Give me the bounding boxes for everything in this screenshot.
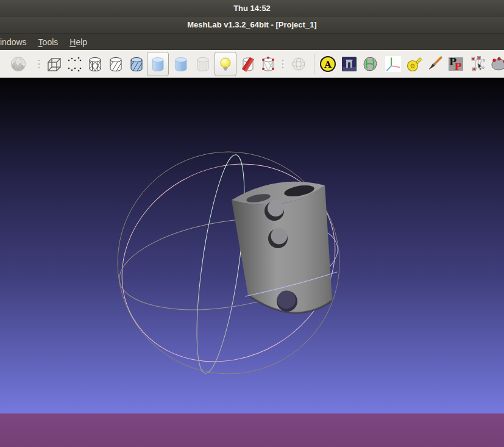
- gl-viewport[interactable]: [0, 77, 504, 413]
- pp-icon[interactable]: P P: [445, 52, 466, 76]
- menu-item-tools[interactable]: Tools: [38, 37, 59, 47]
- toolbar-separator: [38, 59, 40, 70]
- flat-cylinder-icon[interactable]: [171, 52, 191, 76]
- trackball-globe-icon[interactable]: [288, 52, 309, 76]
- smooth-cylinder-glyph: [149, 55, 166, 73]
- a-letter: A: [324, 59, 332, 70]
- align-partial-glyph: [489, 55, 504, 73]
- texture-cylinder-glyph: [194, 55, 211, 73]
- points-glyph: [66, 55, 83, 73]
- align-points-glyph: [469, 55, 486, 73]
- menu-bar: indows Tools Help: [0, 34, 504, 50]
- quality-brain-icon[interactable]: [360, 52, 380, 76]
- bbox-cube-glyph: [45, 55, 62, 73]
- texture-photo-glyph: [341, 55, 358, 73]
- trackball-globe-glyph: [290, 55, 307, 73]
- paintbrush-glyph: [426, 55, 443, 73]
- pp-glyph: P P: [447, 55, 464, 73]
- window-title-bar: MeshLab v1.3.2_64bit - [Project_1]: [0, 16, 504, 34]
- axes-glyph: [385, 55, 402, 73]
- backface-wedge-icon[interactable]: [237, 52, 258, 76]
- globe-landscape-glyph: [10, 55, 27, 73]
- selected-vertices-glyph: [260, 55, 277, 73]
- render-toolbar: A: [0, 50, 504, 77]
- toolbar-divider: [314, 54, 314, 74]
- toolbar-separator: [282, 59, 284, 70]
- ambient-a-glyph: A: [319, 55, 336, 73]
- system-clock[interactable]: Thu 14:52: [233, 4, 271, 13]
- quality-brain-glyph: [361, 55, 378, 73]
- pp-red-letter: P: [454, 61, 461, 73]
- measuring-tape-icon[interactable]: [403, 52, 424, 76]
- flat-lines-cylinder-icon[interactable]: [126, 52, 147, 76]
- flat-lines-cylinder-glyph: [128, 55, 145, 73]
- light-bulb-glyph: [217, 55, 234, 73]
- status-overlay: Mesh: Shaft 05.stl Vertices: 14824 Faces…: [0, 413, 504, 447]
- selected-vertices-icon[interactable]: [258, 52, 279, 76]
- axes-icon[interactable]: [383, 52, 403, 76]
- hidden-lines-cylinder-glyph: [107, 55, 124, 73]
- system-panel: Thu 14:52: [0, 0, 504, 16]
- globe-landscape-icon[interactable]: [8, 52, 29, 76]
- hidden-lines-cylinder-icon[interactable]: [105, 52, 126, 76]
- bbox-cube-icon[interactable]: [43, 52, 64, 76]
- align-partial-icon[interactable]: [489, 52, 504, 76]
- texture-photo-icon[interactable]: [339, 52, 360, 76]
- shaft-mesh[interactable]: [232, 182, 332, 313]
- backface-wedge-glyph: [239, 55, 256, 73]
- align-points-icon[interactable]: [467, 52, 488, 76]
- smooth-cylinder-icon[interactable]: [147, 52, 169, 76]
- measuring-tape-glyph: [405, 55, 422, 73]
- points-icon[interactable]: [64, 52, 85, 76]
- paintbrush-icon[interactable]: [424, 52, 445, 76]
- texture-cylinder-icon[interactable]: [193, 52, 213, 76]
- menu-item-windows[interactable]: indows: [0, 37, 27, 47]
- menu-item-help[interactable]: Help: [69, 37, 87, 47]
- light-bulb-icon[interactable]: [215, 52, 236, 76]
- window-title: MeshLab v1.3.2_64bit - [Project_1]: [187, 20, 316, 29]
- flat-cylinder-glyph: [172, 55, 190, 73]
- wireframe-cylinder-icon[interactable]: [85, 52, 105, 76]
- scene-3d: [0, 78, 504, 413]
- wireframe-cylinder-glyph: [87, 55, 104, 73]
- ambient-a-icon[interactable]: A: [318, 52, 338, 76]
